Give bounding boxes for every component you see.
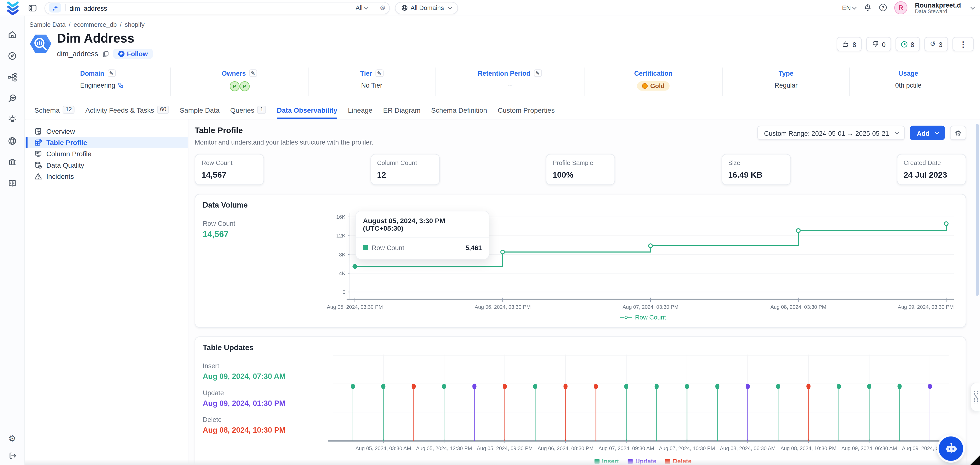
governance-bank-icon[interactable] [8,158,17,167]
tab-schema-definition[interactable]: Schema Definition [431,106,487,119]
search-input[interactable] [69,4,356,12]
svg-text:Aug 06, 2024, 08:30 PM: Aug 06, 2024, 08:30 PM [538,446,593,451]
menu-item-table-profile[interactable]: Table Profile [25,137,188,148]
stat-card-profile-sample: Profile Sample 100% [546,154,615,185]
thumbs-down-icon [872,41,879,48]
language-selector[interactable]: EN [842,5,856,11]
settings-gear-icon[interactable]: ⚙ [8,434,16,443]
chevron-down-icon[interactable] [970,5,974,9]
collapse-panel-handle[interactable] [970,383,980,411]
vertical-scrollbar[interactable] [975,124,979,296]
profiler-settings-button[interactable]: ⚙ [950,125,966,140]
follow-button[interactable]: ★ Follow [113,49,153,59]
table-updates-summary: Insert Aug 09, 2024, 07:30 AM Update Aug… [203,354,328,465]
upvote-button[interactable]: 8 [837,37,862,51]
stat-value: 16.49 KB [728,170,784,179]
insert-label: Insert [203,362,328,370]
user-info[interactable]: Rounakpreet.d Data Steward [915,1,961,14]
topbar-right-cluster: EN ? R Rounakpreet.d Data Steward [842,1,974,14]
explore-compass-icon[interactable] [8,51,17,61]
breadcrumb-database-link[interactable]: ecommerce_db [73,21,117,28]
downvote-button[interactable]: 0 [866,37,891,51]
domains-globe-icon[interactable] [8,136,17,146]
svg-text:Aug 09, 2024, 03:30 PM: Aug 09, 2024, 03:30 PM [898,304,954,310]
table-updates-lollipop-chart[interactable]: Aug 05, 2024, 03:30 AMAug 05, 2024, 12:3… [328,354,954,454]
more-options-button[interactable]: ⋮ [953,37,974,51]
menu-item-overview[interactable]: Overview [25,125,188,137]
domain-label: Domain [80,69,104,77]
tab-queries[interactable]: Queries1 [230,106,266,119]
tab-sample-data[interactable]: Sample Data [180,106,220,119]
medal-icon [642,83,648,89]
main-area: Sample Data / ecommerce_db / shopify Dim… [25,16,980,465]
stat-card-column-count: Column Count 12 [370,154,439,185]
data-volume-title: Data Volume [203,201,958,209]
edit-pencil-icon[interactable]: ✎ [249,69,257,77]
lineage-hierarchy-icon[interactable] [8,73,17,82]
sidebar-toggle-icon[interactable] [28,3,37,12]
retention-value: -- [508,81,512,89]
version-history-button[interactable]: ↺ 3 [924,37,948,51]
clear-search-icon[interactable]: ⊗ [380,5,385,11]
observability-search-icon[interactable] [8,94,17,103]
edit-pencil-icon[interactable]: ✎ [375,69,383,77]
all-domains-button[interactable]: All Domains [395,2,458,14]
help-icon[interactable]: ? [879,4,887,12]
svg-text:Aug 08, 2024, 10:30 PM: Aug 08, 2024, 10:30 PM [781,446,837,451]
logout-icon[interactable] [8,451,17,460]
breadcrumb-service-link[interactable]: Sample Data [29,21,66,28]
menu-item-column-profile[interactable]: Column Profile [25,148,188,159]
svg-text:Aug 05, 2024, 03:30 PM: Aug 05, 2024, 03:30 PM [327,304,383,310]
row-count-value: 14,567 [203,230,328,239]
global-search-bar[interactable]: All ⊗ [45,2,390,14]
stat-card-size: Size 16.49 KB [721,154,791,185]
stat-label: Size [728,159,784,166]
copy-icon[interactable] [103,50,109,57]
menu-item-data-quality[interactable]: Data Quality [25,159,188,171]
data-volume-chart-area[interactable]: 04K8K12K16KAug 05, 2024, 03:30 PMAug 06,… [328,212,958,321]
metadata-domain: Domain✎ Engineering [80,68,170,96]
edit-pencil-icon[interactable]: ✎ [534,69,542,77]
edit-pencil-icon[interactable]: ✎ [107,69,115,77]
entity-header: Dim Address dim_address ★ Follow 8 [29,31,974,61]
user-avatar[interactable]: R [894,1,907,14]
tab-er-diagram[interactable]: ER Diagram [383,106,421,119]
stat-value: 100% [553,170,608,179]
screen: All ⊗ All Domains EN ? R [0,0,980,465]
breadcrumb-schema-link[interactable]: shopify [125,21,145,28]
domain-value[interactable]: Engineering [80,81,115,89]
left-icon-rail: ⚙ [0,16,25,465]
chevron-down-icon [935,130,939,134]
metadata-retention: Retention Period✎ -- [435,68,584,96]
add-button[interactable]: Add [910,125,945,140]
tooltip-series-label: Row Count [372,244,404,251]
delete-label: Delete [203,416,328,424]
date-range-selector[interactable]: Custom Range: 2024-05-01 → 2025-05-21 [757,125,905,140]
tab-schema[interactable]: Schema12 [34,106,75,119]
entity-actions: 8 0 8 ↺ 3 ⋮ [837,37,974,51]
table-updates-chart-area[interactable]: Aug 05, 2024, 03:30 AMAug 05, 2024, 12:3… [328,354,958,465]
notifications-bell-icon[interactable] [864,4,872,12]
chat-assistant-button[interactable] [939,436,963,461]
chevron-down-icon [895,130,899,134]
tab-lineage[interactable]: Lineage [348,106,372,119]
search-scope-dropdown[interactable]: All [356,5,368,11]
menu-item-incidents[interactable]: Incidents [25,171,188,182]
insights-lightbulb-icon[interactable] [8,115,17,125]
tab-data-observability[interactable]: Data Observability [277,106,337,119]
data-quality-icon [34,161,42,169]
home-icon[interactable] [8,30,17,40]
section-subtitle: Monitor and understand your tables struc… [194,138,373,146]
owner-avatar[interactable]: P [239,81,250,91]
tab-custom-properties[interactable]: Custom Properties [498,106,555,119]
openmetadata-logo-icon[interactable] [6,1,19,15]
owner-avatar[interactable]: P [229,81,239,91]
tasks-button[interactable]: 8 [896,37,920,51]
metadata-tier: Tier✎ No Tier [308,68,435,96]
tab-activity-feeds[interactable]: Activity Feeds & Tasks60 [85,106,169,119]
stat-value: 12 [377,170,433,179]
table-profile-icon [34,139,42,146]
glossary-book-icon[interactable] [8,179,17,188]
ai-sparkle-icon[interactable] [49,3,61,13]
data-volume-legend[interactable]: Row Count [328,314,958,321]
